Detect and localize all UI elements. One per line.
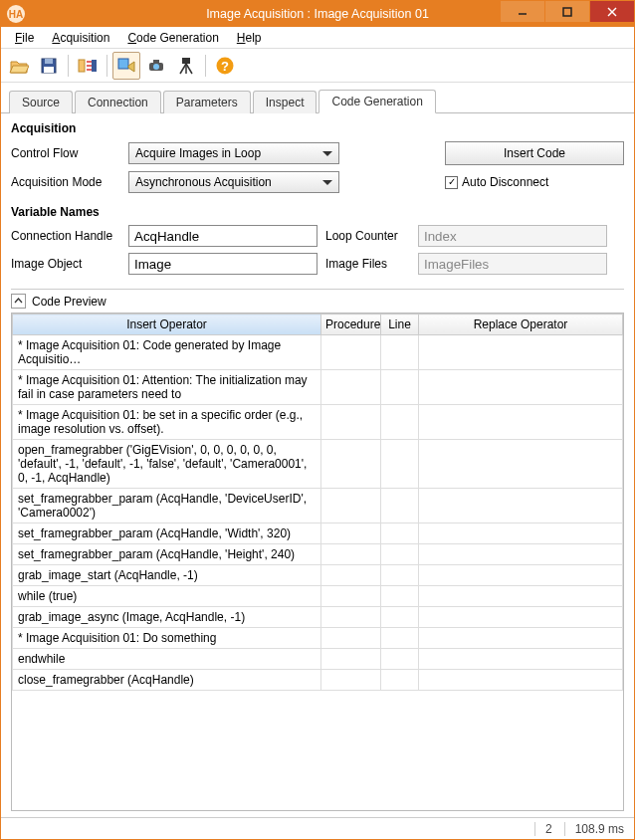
svg-point-14 [153, 64, 159, 70]
menu-file[interactable]: File [7, 29, 42, 47]
live-icon[interactable] [142, 52, 170, 80]
minimize-button[interactable] [501, 1, 544, 22]
table-row[interactable]: endwhile [13, 649, 623, 670]
table-row[interactable]: * Image Acquisition 01: Attention: The i… [13, 370, 623, 405]
menubar: File Acquisition Code Generation Help [1, 27, 634, 49]
tripod-icon[interactable] [172, 52, 200, 80]
auto-disconnect-label: Auto Disconnect [462, 175, 548, 189]
tab-code-generation[interactable]: Code Generation [318, 90, 435, 113]
code-preview-header: Code Preview [32, 295, 106, 309]
acquisition-mode-value: Asynchronous Acquisition [135, 175, 272, 189]
insert-operator-cell: * Image Acquisition 01: Do something [13, 628, 321, 649]
table-row[interactable]: set_framegrabber_param (AcqHandle, 'Widt… [13, 524, 623, 544]
toolbar-separator [205, 55, 206, 77]
image-files-label: Image Files [325, 257, 410, 271]
toolbar-separator [106, 55, 107, 77]
connection-handle-label: Connection Handle [11, 229, 120, 243]
status-time: 108.9 ms [564, 822, 624, 836]
open-icon[interactable] [5, 52, 33, 80]
insert-operator-cell: close_framegrabber (AcqHandle) [13, 670, 321, 691]
svg-rect-15 [153, 60, 159, 63]
snap-icon[interactable] [112, 52, 140, 80]
svg-line-19 [186, 64, 192, 74]
svg-rect-11 [92, 60, 97, 72]
table-row[interactable]: grab_image_start (AcqHandle, -1) [13, 565, 623, 586]
insert-operator-cell: set_framegrabber_param (AcqHandle, 'Widt… [13, 524, 321, 544]
insert-operator-cell: * Image Acquisition 01: Code generated b… [13, 335, 321, 370]
table-row[interactable]: set_framegrabber_param (AcqHandle, 'Devi… [13, 489, 623, 524]
connect-icon[interactable] [74, 52, 102, 80]
acquisition-mode-label: Acquisition Mode [11, 175, 120, 189]
col-insert-operator[interactable]: Insert Operator [13, 315, 321, 335]
save-icon[interactable] [35, 52, 63, 80]
table-row[interactable]: * Image Acquisition 01: Do something [13, 628, 623, 649]
col-replace-operator[interactable]: Replace Operator [419, 315, 623, 335]
toolbar-separator [68, 55, 69, 77]
image-object-label: Image Object [11, 257, 120, 271]
control-flow-value: Acquire Images in Loop [135, 146, 261, 160]
insert-operator-cell: endwhile [13, 649, 321, 670]
acquisition-mode-select[interactable]: Asynchronous Acquisition [128, 171, 339, 193]
loop-counter-input [418, 225, 607, 247]
help-icon[interactable]: ? [211, 52, 239, 80]
close-button[interactable] [590, 1, 634, 22]
table-row[interactable]: * Image Acquisition 01: be set in a spec… [13, 405, 623, 440]
auto-disconnect-checkbox[interactable]: ✓ Auto Disconnect [445, 175, 548, 189]
menu-codegen[interactable]: Code Generation [119, 29, 226, 47]
connection-handle-input[interactable] [128, 225, 318, 247]
control-flow-label: Control Flow [11, 146, 120, 160]
statusbar: 2 108.9 ms [1, 817, 634, 839]
table-row[interactable]: close_framegrabber (AcqHandle) [13, 670, 623, 691]
table-row[interactable]: grab_image_async (Image, AcqHandle, -1) [13, 607, 623, 628]
insert-operator-cell: grab_image_start (AcqHandle, -1) [13, 565, 321, 586]
tab-parameters[interactable]: Parameters [163, 91, 251, 113]
app-window: HA Image Acquisition : Image Acquisition… [0, 0, 635, 840]
variable-names-header: Variable Names [11, 205, 624, 219]
insert-operator-cell: set_framegrabber_param (AcqHandle, 'Devi… [13, 489, 321, 524]
svg-rect-16 [182, 58, 190, 64]
image-files-input [418, 253, 607, 275]
app-logo-icon: HA [7, 5, 25, 23]
tab-panel-code-generation: Acquisition Control Flow Acquire Images … [1, 113, 634, 817]
control-flow-select[interactable]: Acquire Images in Loop [128, 142, 339, 164]
maximize-button[interactable] [545, 1, 589, 22]
insert-operator-cell: open_framegrabber ('GigEVision', 0, 0, 0… [13, 440, 321, 489]
insert-code-button[interactable]: Insert Code [445, 141, 624, 165]
insert-operator-cell: * Image Acquisition 01: Attention: The i… [13, 370, 321, 405]
menu-help[interactable]: Help [229, 29, 270, 47]
insert-operator-cell: grab_image_async (Image, AcqHandle, -1) [13, 607, 321, 628]
svg-rect-5 [45, 59, 53, 64]
image-object-input[interactable] [128, 253, 318, 275]
menu-acquisition[interactable]: Acquisition [44, 29, 117, 47]
svg-rect-7 [79, 60, 85, 72]
table-row[interactable]: * Image Acquisition 01: Code generated b… [13, 335, 623, 370]
svg-rect-6 [44, 67, 54, 73]
insert-operator-cell: while (true) [13, 586, 321, 607]
status-count: 2 [534, 822, 552, 836]
table-row[interactable]: while (true) [13, 586, 623, 607]
code-preview-table[interactable]: Insert Operator Procedure Line Replace O… [11, 313, 624, 811]
tab-inspect[interactable]: Inspect [253, 91, 318, 113]
tab-source[interactable]: Source [9, 91, 73, 113]
svg-line-17 [180, 64, 186, 74]
insert-operator-cell: set_framegrabber_param (AcqHandle, 'Heig… [13, 544, 321, 565]
collapse-preview-button[interactable] [11, 294, 26, 309]
svg-rect-1 [563, 8, 571, 16]
acquisition-header: Acquisition [11, 121, 624, 135]
col-line[interactable]: Line [381, 315, 419, 335]
table-row[interactable]: open_framegrabber ('GigEVision', 0, 0, 0… [13, 440, 623, 489]
table-row[interactable]: set_framegrabber_param (AcqHandle, 'Heig… [13, 544, 623, 565]
svg-text:?: ? [221, 59, 229, 74]
tabstrip: Source Connection Parameters Inspect Cod… [1, 83, 634, 113]
toolbar: ? [1, 49, 634, 83]
tab-connection[interactable]: Connection [75, 91, 161, 113]
checkbox-icon: ✓ [445, 176, 458, 189]
col-procedure[interactable]: Procedure [321, 315, 381, 335]
loop-counter-label: Loop Counter [325, 229, 410, 243]
titlebar: HA Image Acquisition : Image Acquisition… [1, 1, 634, 27]
svg-rect-12 [118, 59, 128, 69]
insert-operator-cell: * Image Acquisition 01: be set in a spec… [13, 405, 321, 440]
